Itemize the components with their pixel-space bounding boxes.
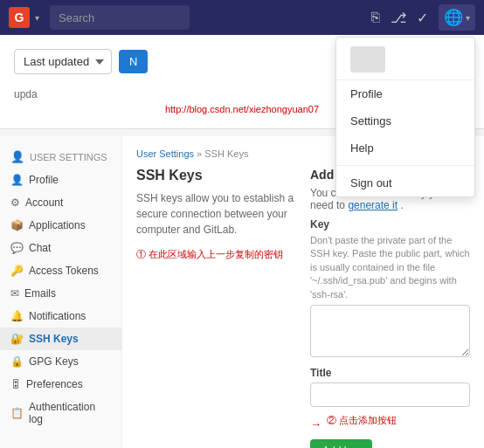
user-dropdown-menu: Profile Settings Help Sign out [335, 37, 475, 197]
sidebar-item-access-tokens[interactable]: 🔑 Access Tokens [0, 259, 121, 282]
merge-request-icon[interactable]: ⎇ [391, 10, 406, 26]
sidebar: 👤 User Settings 👤 Profile ⚙ Account 📦 Ap… [0, 136, 122, 448]
globe-menu-button[interactable]: 🌐 ▾ [439, 4, 475, 31]
sidebar-item-account[interactable]: ⚙ Account [0, 191, 121, 214]
dropdown-signout-item[interactable]: Sign out [336, 169, 474, 196]
sidebar-item-gpg-keys[interactable]: 🔒 GPG Keys [0, 350, 121, 373]
last-updated-select[interactable]: Last updated [14, 49, 112, 74]
key-field-description: Don't paste the private part of the SSH … [310, 234, 470, 301]
sidebar-item-emails[interactable]: ✉ Emails [0, 282, 121, 305]
add-key-button[interactable]: Add key [310, 439, 372, 448]
sidebar-item-chat[interactable]: 💬 Chat [0, 237, 121, 259]
globe-chevron-icon: ▾ [466, 13, 470, 23]
emails-icon: ✉ [10, 287, 19, 300]
sidebar-section-title: 👤 User Settings [0, 147, 121, 169]
dropdown-help-item[interactable]: Help [336, 134, 474, 162]
breadcrumb-separator: » [197, 148, 202, 159]
logo-chevron-icon: ▾ [35, 13, 39, 23]
top-section: G ▾ ⎘ ⎇ ✓ 🌐 ▾ Profile Settings Help Sign… [0, 0, 484, 129]
right-column: Add an SSH key You can add an SSH key yo… [310, 168, 470, 448]
notifications-icon: 🔔 [10, 310, 24, 322]
issues-icon[interactable]: ✓ [417, 10, 428, 26]
annotation-1: ① 在此区域输入上一步复制的密钥 [136, 248, 296, 261]
new-button[interactable]: N [119, 50, 148, 73]
generate-it-link[interactable]: generate it [348, 199, 398, 211]
title-field-label: Title [310, 367, 470, 379]
key-textarea[interactable] [310, 305, 470, 357]
account-icon: ⚙ [10, 196, 20, 209]
access-tokens-icon: 🔑 [10, 265, 24, 277]
avatar [350, 46, 385, 72]
sidebar-item-auth-log[interactable]: 📋 Authentication log [0, 396, 121, 431]
content-layout: SSH Keys SSH keys allow you to establish… [136, 168, 470, 448]
applications-icon: 📦 [10, 219, 24, 231]
auth-log-icon: 📋 [10, 407, 24, 419]
dropdown-profile-item[interactable]: Profile [336, 80, 474, 107]
sidebar-item-ssh-keys[interactable]: 🔐 SSH Keys [0, 327, 121, 350]
sidebar-item-profile[interactable]: 👤 Profile [0, 169, 121, 191]
clipboard-icon[interactable]: ⎘ [371, 10, 380, 25]
sidebar-item-applications[interactable]: 📦 Applications [0, 214, 121, 237]
breadcrumb-parent[interactable]: User Settings [136, 148, 194, 159]
title-input[interactable] [310, 383, 470, 407]
page-title: SSH Keys [136, 168, 296, 183]
annotation-2: ② 点击添加按钮 [327, 414, 397, 427]
dropdown-header [336, 38, 474, 80]
chat-icon: 💬 [10, 242, 24, 254]
user-settings-icon: 👤 [10, 150, 24, 163]
left-column: SSH Keys SSH keys allow you to establish… [136, 168, 296, 448]
dropdown-divider [336, 165, 474, 166]
dropdown-settings-item[interactable]: Settings [336, 107, 474, 134]
page-description: SSH keys allow you to establish a secure… [136, 190, 296, 238]
globe-icon: 🌐 [444, 8, 463, 27]
annotation-arrow-icon: → [310, 417, 322, 431]
sidebar-item-preferences[interactable]: 🎛 Preferences [0, 373, 121, 396]
navbar-icons: ⎘ ⎇ ✓ 🌐 ▾ [371, 4, 475, 31]
profile-icon: 👤 [10, 174, 24, 186]
preferences-icon: 🎛 [10, 378, 21, 390]
navbar: G ▾ ⎘ ⎇ ✓ 🌐 ▾ Profile Settings Help Sign… [0, 0, 484, 35]
search-input[interactable] [50, 5, 190, 30]
gpg-keys-icon: 🔒 [10, 355, 24, 368]
breadcrumb-current: SSH Keys [204, 148, 248, 159]
sidebar-item-notifications[interactable]: 🔔 Notifications [0, 305, 121, 327]
ssh-keys-icon: 🔐 [10, 333, 24, 345]
annotation-btn-area: → ② 点击添加按钮 [310, 414, 470, 434]
key-field-label: Key [310, 218, 470, 231]
gitlab-logo[interactable]: G [9, 7, 30, 28]
